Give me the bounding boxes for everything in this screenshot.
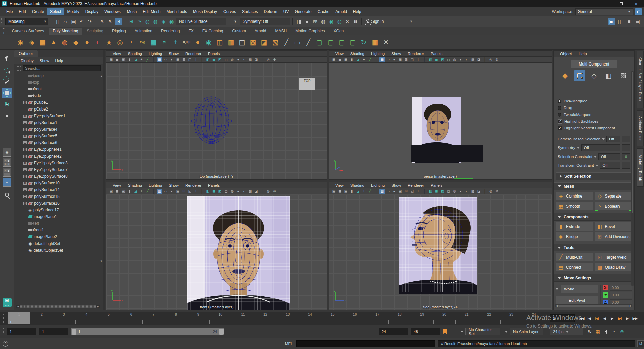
paint-effects-icon[interactable]: ✕ (344, 18, 351, 25)
snap-point-icon[interactable]: ◎ (144, 18, 151, 25)
menu-item[interactable]: Arnold (332, 8, 350, 15)
frame-tick[interactable]: 1 (8, 312, 31, 325)
go-to-start-button[interactable]: |◀◀ (578, 315, 585, 322)
outliner-menu-item[interactable]: Help (53, 58, 66, 63)
range-end-handle[interactable] (219, 329, 224, 335)
animation-start-field[interactable]: 1 (7, 328, 36, 335)
shelf-tab[interactable]: Poly Modeling (49, 28, 82, 35)
expand-toggle-icon[interactable] (23, 115, 27, 118)
viewport-toolbar-icon[interactable]: + (139, 57, 144, 62)
panel-menu-item[interactable]: Help (576, 51, 590, 57)
frame-tick[interactable]: 2 (31, 312, 53, 325)
vertex-mode-icon[interactable] (574, 70, 585, 81)
fps-dropdown[interactable]: 24 fps (550, 328, 583, 335)
dropdown-value[interactable]: Off (600, 162, 620, 169)
viewport-menu-item[interactable]: Show (166, 183, 182, 188)
menu-item[interactable]: Display (82, 8, 101, 15)
panel-vscrollbar[interactable] (631, 71, 634, 286)
shelf-tab[interactable]: Animation (131, 28, 156, 35)
viewport-toolbar-icon[interactable]: ◼ (434, 189, 439, 194)
viewport-menu-item[interactable]: Lighting (146, 183, 165, 188)
shelf-icon[interactable]: ◓ (159, 37, 169, 47)
viewport-toolbar-icon[interactable]: ▣ (397, 57, 403, 62)
viewport-toolbar-icon[interactable]: │ (151, 57, 156, 62)
maximize-button[interactable] (613, 0, 629, 7)
light-editor-icon[interactable]: ◎ (336, 18, 343, 25)
channel-sliders-icon[interactable]: ≡ (625, 18, 633, 25)
list-item[interactable]: Eye1:pSphere2 (14, 153, 103, 160)
sync-time-icon[interactable]: ◔ (610, 328, 618, 335)
expand-toggle-icon[interactable] (23, 188, 27, 191)
select-object-icon[interactable]: ↖ (107, 18, 114, 25)
menu-item[interactable]: Deform (261, 8, 280, 15)
shelf-icon[interactable]: ▢ (348, 37, 358, 47)
expand-toggle-icon[interactable] (23, 175, 27, 178)
viewport-toolbar-icon[interactable]: ◍ (229, 189, 235, 194)
viewport-toolbar-icon[interactable]: ◢ (355, 189, 361, 194)
viewport-menu-item[interactable]: Shading (347, 51, 367, 56)
viewport-toolbar-icon[interactable]: ◻ (446, 57, 451, 62)
viewport-toolbar-icon[interactable]: ▣ (108, 57, 114, 62)
viewport-toolbar-icon[interactable]: T (415, 57, 421, 62)
playback-end-field[interactable]: 24 (379, 328, 408, 335)
viewport-toolbar-icon[interactable]: T (193, 189, 199, 194)
new-scene-icon[interactable]: ▯ (54, 18, 61, 25)
menu-item[interactable]: File (3, 8, 16, 15)
viewport-toolbar-icon[interactable]: ▦ (379, 189, 385, 194)
shelf-icon[interactable]: ◈ (27, 37, 37, 47)
rotate-tool[interactable]: ↻ (2, 99, 12, 110)
frame-tick[interactable]: 7 (142, 312, 165, 325)
viewport-toolbar-icon[interactable]: ◻ (223, 189, 229, 194)
viewport-toolbar-icon[interactable]: ◼ (337, 189, 343, 194)
viewport-toolbar-icon[interactable]: + (139, 189, 144, 194)
search-input[interactable] (23, 65, 101, 71)
shelf-icon[interactable]: ◰ (237, 37, 247, 47)
viewport-toolbar-icon[interactable]: ╱ (145, 189, 150, 194)
viewport-toolbar-icon[interactable]: ◐ (241, 189, 247, 194)
viewport-toolbar-icon[interactable]: ◧ (428, 57, 433, 62)
dropdown-value[interactable]: Off (598, 153, 620, 160)
menu-item[interactable]: Mesh Tools (164, 8, 190, 15)
current-frame-field[interactable]: 1 (550, 314, 575, 322)
viewport-toolbar-icon[interactable]: ◱ (187, 57, 193, 62)
viewport-menu-item[interactable]: Lighting (368, 183, 388, 188)
viewport-side[interactable]: ViewShadingLightingShowRendererPanels ▣◼… (329, 182, 552, 310)
viewport-toolbar-icon[interactable]: ● (235, 57, 241, 62)
frame-tick[interactable]: 23 (500, 312, 523, 325)
viewport-menu-item[interactable]: View (332, 183, 347, 188)
list-item[interactable]: side (14, 92, 103, 99)
viewport-toolbar-icon[interactable]: ◍ (452, 57, 457, 62)
snap-viewplane-icon[interactable]: ◈ (160, 18, 167, 25)
viewport-toolbar-icon[interactable]: ▦ (157, 189, 162, 194)
section-header-tools[interactable]: Tools (554, 244, 634, 251)
viewport-menu-item[interactable]: Shading (125, 51, 145, 56)
viewport-toolbar-icon[interactable]: ▦ (157, 57, 162, 62)
toolkit-button[interactable]: ◈ Combine (556, 191, 594, 201)
outliner-hscrollbar[interactable]: ◀▶ (16, 305, 100, 308)
step-forward-frame-button[interactable]: ▶| (624, 315, 631, 322)
viewport-toolbar-icon[interactable]: ● (169, 57, 175, 62)
viewport-toolbar-icon[interactable]: ◍ (452, 189, 457, 194)
range-slider[interactable]: 1 24 (71, 328, 224, 335)
viewport-menu-item[interactable]: View (332, 51, 347, 56)
lasso-select-tool[interactable] (2, 65, 12, 75)
viewport-toolbar-icon[interactable]: ◼ (211, 57, 217, 62)
shelf-icon[interactable]: ▥ (226, 37, 236, 47)
outliner-tab[interactable]: Outliner (14, 50, 38, 57)
help-icon[interactable]: ? (3, 341, 8, 347)
menu-set-dropdown[interactable]: Modeling ▼ (5, 18, 48, 25)
viewport-toolbar-icon[interactable]: ● (391, 189, 397, 194)
viewport-toolbar-icon[interactable]: ▦ (379, 57, 385, 62)
step-back-frame-button[interactable]: |◀ (586, 315, 592, 322)
frame-tick[interactable]: 3 (53, 312, 75, 325)
anim-layer-menu-icon[interactable] (505, 331, 508, 333)
ipr-render-icon[interactable]: IPR (311, 18, 319, 25)
go-to-end-button[interactable]: ▶▶| (632, 315, 639, 322)
viewport-menu-item[interactable]: Show (388, 51, 404, 56)
list-item[interactable]: Eye1:polySurface3 (14, 160, 103, 166)
list-item[interactable]: top (14, 79, 103, 86)
viewport-toolbar-icon[interactable]: ▣ (120, 189, 126, 194)
viewport-toolbar-icon[interactable]: ◱ (187, 189, 193, 194)
shelf-tab[interactable]: FX (184, 28, 197, 35)
close-button[interactable]: × (629, 0, 644, 7)
